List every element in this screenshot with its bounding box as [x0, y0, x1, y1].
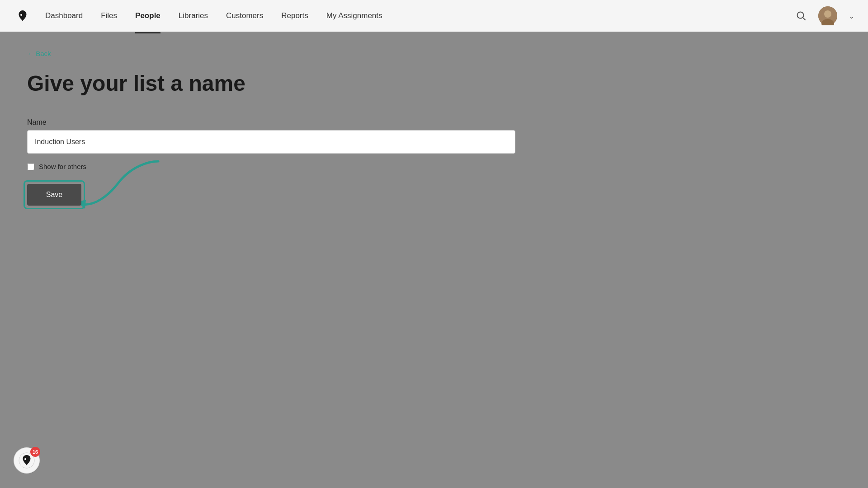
- search-icon[interactable]: [793, 8, 809, 24]
- app-logo[interactable]: [14, 7, 32, 25]
- notification-widget[interactable]: 16: [14, 447, 41, 474]
- page-title: Give your list a name: [27, 71, 841, 96]
- svg-point-0: [20, 14, 22, 16]
- show-for-others-label[interactable]: Show for others: [39, 163, 86, 170]
- avatar[interactable]: [818, 6, 837, 25]
- notification-icon: 16: [14, 447, 40, 474]
- main-content: ← Back Give your list a name Name Show f…: [0, 32, 868, 488]
- save-section: Save: [27, 184, 81, 206]
- notification-badge: 16: [30, 447, 40, 457]
- save-button[interactable]: Save: [27, 184, 81, 206]
- show-for-others-group: Show for others: [27, 163, 841, 170]
- svg-point-4: [824, 10, 831, 18]
- name-field-group: Name: [27, 118, 841, 154]
- nav-files[interactable]: Files: [101, 9, 117, 23]
- chevron-down-icon[interactable]: ⌄: [849, 12, 854, 20]
- back-link[interactable]: ← Back: [27, 50, 51, 57]
- nav-my-assignments[interactable]: My Assignments: [326, 9, 382, 23]
- svg-point-8: [24, 458, 26, 460]
- nav-libraries[interactable]: Libraries: [179, 9, 208, 23]
- nav-customers[interactable]: Customers: [226, 9, 263, 23]
- nav-reports[interactable]: Reports: [281, 9, 308, 23]
- name-label: Name: [27, 118, 841, 127]
- svg-line-2: [803, 18, 806, 20]
- nav-right: ⌄: [793, 6, 854, 25]
- nav-dashboard[interactable]: Dashboard: [45, 9, 83, 23]
- name-input[interactable]: [27, 130, 515, 154]
- navbar: Dashboard Files People Libraries Custome…: [0, 0, 868, 32]
- nav-links: Dashboard Files People Libraries Custome…: [45, 9, 793, 23]
- nav-people[interactable]: People: [135, 9, 160, 23]
- show-for-others-checkbox[interactable]: [27, 163, 34, 170]
